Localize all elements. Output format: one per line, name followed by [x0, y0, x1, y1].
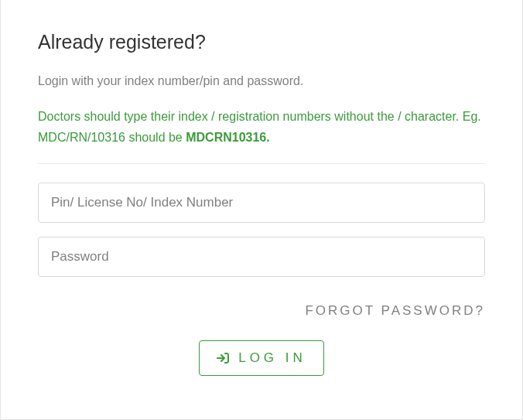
sign-in-icon: [217, 352, 229, 364]
password-input[interactable]: [38, 237, 485, 277]
login-button[interactable]: LOG IN: [199, 340, 324, 376]
page-title: Already registered?: [38, 31, 485, 53]
doctor-notice: Doctors should type their index / regist…: [38, 106, 485, 148]
login-card: Already registered? Login with your inde…: [0, 0, 523, 420]
forgot-password-link[interactable]: FORGOT PASSWORD?: [305, 303, 485, 319]
forgot-row: FORGOT PASSWORD?: [38, 303, 485, 319]
doctor-notice-example: MDCRN10316.: [186, 131, 269, 144]
login-subtitle: Login with your index number/pin and pas…: [38, 72, 485, 90]
username-input[interactable]: [38, 183, 485, 223]
divider: [38, 163, 485, 164]
login-button-label: LOG IN: [238, 350, 306, 366]
login-row: LOG IN: [38, 340, 485, 376]
